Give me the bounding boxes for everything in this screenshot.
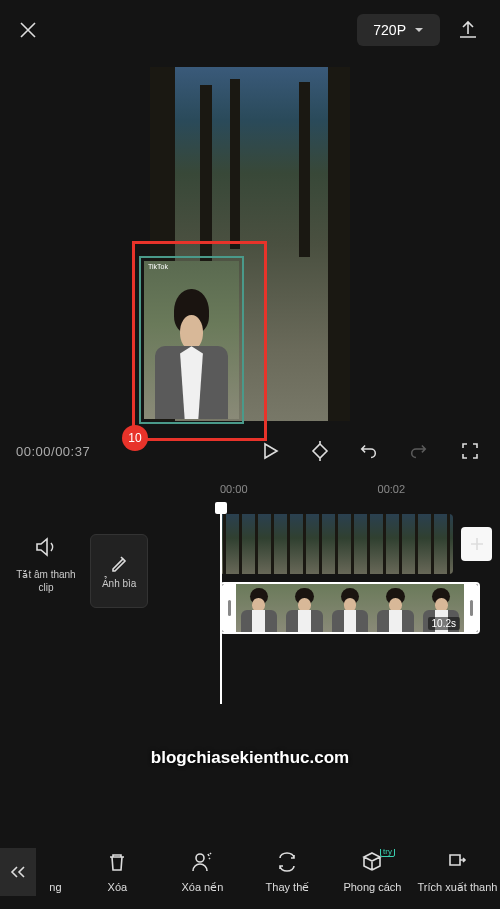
ruler-tick: 00:00 [220,483,248,495]
clip-trim-handle-left[interactable] [222,584,236,632]
toolbar-label: Trích xuất thanh [417,881,497,894]
toolbar-label: Xóa [108,881,128,893]
toolbar-label: Thay thế [266,881,310,894]
toolbar-style[interactable]: try Phong cách [330,849,415,894]
pip-overlay-image[interactable]: TikTok [144,261,239,419]
timeline-ruler[interactable]: 00:00 00:02 [0,474,500,504]
close-button[interactable] [16,18,40,42]
undo-button[interactable] [356,437,384,465]
redo-button[interactable] [406,437,434,465]
clip-duration-label: 10.2s [428,617,460,630]
preview-canvas[interactable]: TikTok 10 [150,67,350,421]
pencil-icon [110,554,128,572]
pip-clip[interactable]: 10.2s [220,582,480,634]
toolbar-delete[interactable]: Xóa [75,849,160,894]
speaker-icon [34,537,58,557]
chevron-down-icon [414,27,424,33]
overlay-track[interactable]: 10.2s [220,582,500,634]
timeline[interactable]: 00:00 00:02 Tắt âm thanh clip Ảnh bìa [0,474,500,784]
export-button[interactable] [452,14,484,46]
toolbar-extract-audio[interactable]: Trích xuất thanh [415,849,500,894]
chevron-double-left-icon [9,865,27,879]
tiktok-watermark: TikTok [148,263,168,270]
ruler-tick: 00:02 [378,483,406,495]
toolbar-label: ng [49,881,61,893]
mute-clip-button[interactable]: Tắt âm thanh clip [12,534,80,608]
bottom-toolbar: ng Xóa Xóa nền Thay thế try Phong cách T… [0,834,500,909]
toolbar-label: Xóa nền [181,881,223,894]
preview-area[interactable]: TikTok 10 [0,60,500,428]
playhead[interactable] [220,504,222,704]
extract-icon [446,851,468,873]
play-button[interactable] [256,437,284,465]
toolbar-back-button[interactable] [0,848,36,896]
person-sparkle-icon [190,850,214,874]
plus-icon [469,536,485,552]
timecode-label: 00:00/00:37 [16,444,90,459]
keyframe-button[interactable] [306,437,334,465]
add-clip-button[interactable] [461,527,492,561]
trash-icon [106,851,128,873]
main-clip[interactable] [220,514,453,574]
mute-label: Tắt âm thanh clip [12,568,80,594]
try-badge: try [380,849,395,857]
annotation-badge: 10 [122,425,148,451]
toolbar-replace[interactable]: Thay thế [245,849,330,894]
overlay-inner-frame: TikTok [139,256,244,424]
resolution-label: 720P [373,22,406,38]
clip-trim-handle-right[interactable] [464,584,478,632]
cover-thumbnail-button[interactable]: Ảnh bìa [90,534,148,608]
svg-point-0 [196,854,204,862]
toolbar-item-partial[interactable]: ng [36,849,75,894]
cover-label: Ảnh bìa [102,578,137,589]
replace-icon [276,852,298,872]
toolbar-label: Phong cách [343,881,401,893]
toolbar-remove-bg[interactable]: Xóa nền [160,849,245,894]
overlay-selection-box[interactable]: TikTok 10 [132,241,267,441]
fullscreen-button[interactable] [456,437,484,465]
resolution-dropdown[interactable]: 720P [357,14,440,46]
main-video-track[interactable] [220,514,500,574]
